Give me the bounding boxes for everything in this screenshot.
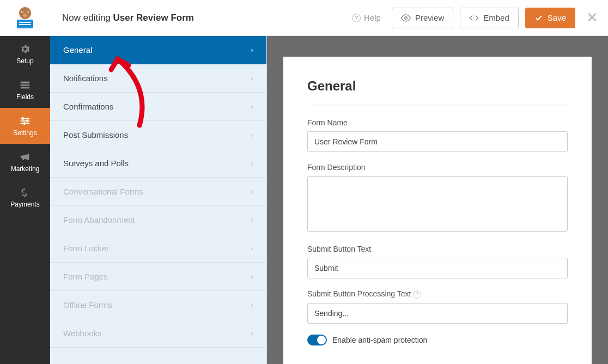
svg-rect-11 <box>21 84 30 86</box>
settings-item-label: Webhooks <box>63 329 102 338</box>
chevron-right-icon: › <box>251 102 253 111</box>
form-name-label: Form Name <box>307 118 568 127</box>
field-form-description: Form Description <box>307 163 568 234</box>
settings-item-conversational-forms[interactable]: Conversational Forms› <box>50 178 266 206</box>
settings-item-label: Confirmations <box>63 102 114 111</box>
svg-rect-12 <box>21 87 30 89</box>
svg-rect-16 <box>22 117 24 120</box>
nav-marketing-label: Marketing <box>11 165 40 173</box>
top-actions: ? Help Preview Embed Save ✕ <box>352 8 608 28</box>
settings-item-label: Notifications <box>63 74 108 83</box>
svg-rect-13 <box>21 118 30 119</box>
toggle-knob <box>317 336 326 344</box>
canvas: General Form Name Form Description Submi… <box>267 36 608 364</box>
settings-item-webhooks[interactable]: Webhooks› <box>50 319 266 348</box>
chevron-right-icon: › <box>251 131 253 139</box>
editing-prefix: Now editing <box>62 13 113 23</box>
nav-fields[interactable]: Fields <box>0 72 50 108</box>
form-desc-label: Form Description <box>307 163 568 172</box>
settings-item-notifications[interactable]: Notifications› <box>50 64 266 93</box>
settings-item-offline-forms[interactable]: Offline Forms› <box>50 291 266 319</box>
nav-payments[interactable]: Payments <box>0 180 50 216</box>
help-link[interactable]: ? Help <box>352 13 381 22</box>
form-desc-input[interactable] <box>307 176 568 232</box>
chevron-right-icon: › <box>251 301 253 309</box>
nav-settings[interactable]: Settings <box>0 108 50 144</box>
chevron-right-icon: › <box>251 74 253 82</box>
settings-item-form-abandonment[interactable]: Form Abandonment› <box>50 206 266 234</box>
nav-payments-label: Payments <box>10 201 39 208</box>
settings-item-form-pages[interactable]: Form Pages› <box>50 263 266 291</box>
code-icon <box>469 13 479 23</box>
submit-btn-input[interactable] <box>307 258 568 278</box>
top-bar: Now editing User Review Form ? Help Prev… <box>0 0 608 36</box>
nav-settings-label: Settings <box>13 129 37 137</box>
settings-item-general[interactable]: General› <box>50 36 266 64</box>
submit-btn-label: Submit Button Text <box>307 245 568 253</box>
chevron-right-icon: › <box>251 159 253 167</box>
settings-item-label: Form Locker <box>63 244 109 253</box>
chevron-right-icon: › <box>251 272 253 281</box>
check-icon <box>534 14 543 22</box>
wpforms-logo <box>0 7 50 29</box>
save-button[interactable]: Save <box>525 8 575 28</box>
list-icon <box>19 79 31 91</box>
settings-item-label: Form Pages <box>63 272 108 281</box>
svg-rect-17 <box>27 119 28 123</box>
help-tooltip-icon[interactable]: ? <box>413 290 421 299</box>
svg-point-5 <box>23 14 27 17</box>
chevron-right-icon: › <box>251 46 253 54</box>
gear-icon <box>19 43 31 55</box>
svg-rect-18 <box>23 122 25 125</box>
svg-point-3 <box>22 11 23 13</box>
chevron-right-icon: › <box>251 216 253 224</box>
settings-item-label: General <box>63 45 92 54</box>
svg-rect-8 <box>19 24 31 25</box>
sliders-icon <box>19 115 31 127</box>
settings-item-post-submissions[interactable]: Post Submissions› <box>50 121 266 149</box>
editing-form-name: User Review Form <box>113 13 194 23</box>
chevron-right-icon: › <box>251 244 253 252</box>
help-icon: ? <box>352 14 361 22</box>
settings-item-label: Offline Forms <box>63 300 112 310</box>
preview-button[interactable]: Preview <box>392 8 453 28</box>
nav-setup[interactable]: Setup <box>0 36 50 72</box>
field-submit-processing: Submit Button Processing Text? <box>307 289 568 324</box>
nav-fields-label: Fields <box>16 93 34 101</box>
main-area: Setup Fields Settings Marketing Payments… <box>0 36 608 364</box>
svg-rect-7 <box>19 22 31 23</box>
settings-panel: General Form Name Form Description Submi… <box>283 57 592 364</box>
antispam-row: Enable anti-spam protection <box>307 335 568 345</box>
embed-button[interactable]: Embed <box>460 8 519 28</box>
antispam-toggle[interactable] <box>307 335 327 345</box>
save-label: Save <box>548 13 566 22</box>
settings-item-label: Post Submissions <box>63 130 128 139</box>
submit-proc-input[interactable] <box>307 303 568 324</box>
panel-title: General <box>307 78 568 105</box>
antispam-label: Enable anti-spam protection <box>332 336 427 344</box>
preview-label: Preview <box>415 13 444 22</box>
settings-item-label: Form Abandonment <box>63 215 135 225</box>
field-form-name: Form Name <box>307 118 568 152</box>
settings-submenu: General›Notifications›Confirmations›Post… <box>50 36 267 364</box>
chevron-right-icon: › <box>251 329 253 337</box>
svg-rect-10 <box>21 82 30 84</box>
eye-icon <box>401 13 411 23</box>
settings-item-label: Surveys and Polls <box>63 159 129 168</box>
close-icon[interactable]: ✕ <box>586 9 598 26</box>
form-name-input[interactable] <box>307 131 568 152</box>
submit-proc-label: Submit Button Processing Text? <box>307 289 568 299</box>
settings-item-confirmations[interactable]: Confirmations› <box>50 93 266 121</box>
field-submit-text: Submit Button Text <box>307 245 568 278</box>
help-label: Help <box>364 13 381 22</box>
chevron-right-icon: › <box>251 187 253 196</box>
svg-rect-14 <box>21 120 30 122</box>
editing-title: Now editing User Review Form <box>50 13 352 23</box>
settings-item-surveys-and-polls[interactable]: Surveys and Polls› <box>50 149 266 178</box>
svg-point-0 <box>19 7 31 19</box>
embed-label: Embed <box>483 13 509 22</box>
bullhorn-icon <box>19 151 31 163</box>
settings-item-label: Conversational Forms <box>63 187 143 196</box>
settings-item-form-locker[interactable]: Form Locker› <box>50 234 266 263</box>
nav-marketing[interactable]: Marketing <box>0 144 50 180</box>
